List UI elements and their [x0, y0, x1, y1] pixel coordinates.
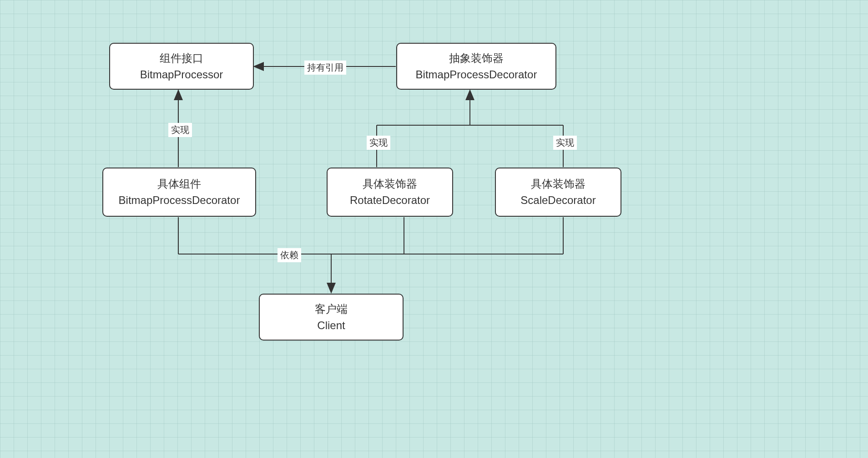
edge-label-implements2: 实现 [367, 136, 390, 150]
node-rotate-decorator: 具体装饰器 RotateDecorator [327, 168, 453, 217]
node-subtitle: RotateDecorator [350, 192, 430, 209]
node-subtitle: BitmapProcessor [140, 66, 223, 83]
node-title: 具体组件 [157, 176, 201, 192]
node-abstract-decorator: 抽象装饰器 BitmapProcessDecorator [396, 43, 556, 90]
edge-label-has-reference: 持有引用 [304, 61, 346, 75]
edge-label-implements3: 实现 [553, 136, 577, 150]
node-scale-decorator: 具体装饰器 ScaleDecorator [495, 168, 621, 217]
edge-label-depends: 依赖 [278, 248, 301, 262]
node-title: 组件接口 [160, 50, 203, 66]
node-subtitle: BitmapProcessDecorator [119, 192, 240, 209]
node-subtitle: BitmapProcessDecorator [416, 66, 537, 83]
node-concrete-component: 具体组件 BitmapProcessDecorator [102, 168, 256, 217]
node-title: 具体装饰器 [531, 176, 585, 192]
node-subtitle: Client [317, 317, 345, 334]
node-title: 客户端 [315, 301, 348, 317]
node-subtitle: ScaleDecorator [520, 192, 595, 209]
edge-label-implements1: 实现 [168, 123, 192, 137]
node-title: 具体装饰器 [363, 176, 417, 192]
node-component-interface: 组件接口 BitmapProcessor [109, 43, 254, 90]
node-client: 客户端 Client [259, 294, 404, 341]
node-title: 抽象装饰器 [449, 50, 504, 66]
